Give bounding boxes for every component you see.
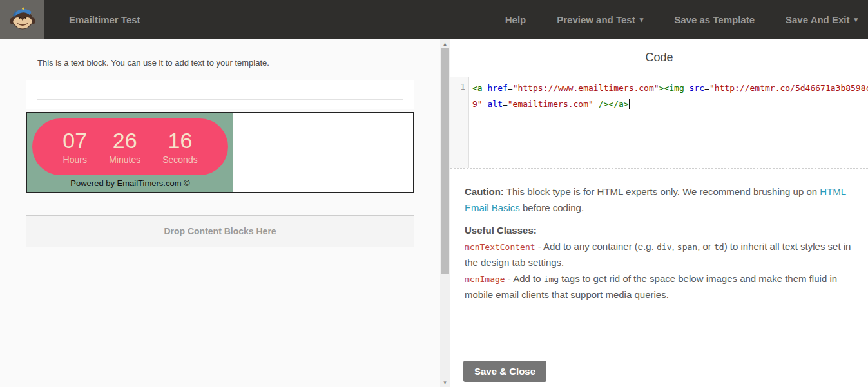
text-content-block[interactable]: This is a text block. You can use it to … xyxy=(26,54,414,80)
divider-line xyxy=(37,99,403,100)
code-editor-panel: Code 1 <a href="https://www.emailtimers.… xyxy=(450,39,868,387)
help-button[interactable]: Help xyxy=(505,14,526,25)
chevron-down-icon: ▾ xyxy=(854,15,858,24)
code-line-1: <a href="https://www.emailtimers.com"><i… xyxy=(472,82,868,98)
preview-and-test-menu[interactable]: Preview and Test ▾ xyxy=(557,14,643,25)
countdown-timer-block-selected[interactable]: 07 Hours 26 Minutes 16 Seconds Powered b… xyxy=(26,112,414,193)
drop-zone-label: Drop Content Blocks Here xyxy=(164,226,276,236)
mcntextcontent-description: mcnTextContent - Add to any container (e… xyxy=(465,239,860,271)
save-and-exit-menu[interactable]: Save And Exit ▾ xyxy=(786,14,858,25)
topnav: Help Preview and Test ▾ Save as Template… xyxy=(505,14,868,25)
mailchimp-logo[interactable] xyxy=(0,0,44,39)
template-editor-app: Emailtimer Test Help Preview and Test ▾ … xyxy=(0,0,868,387)
drop-content-zone[interactable]: Drop Content Blocks Here xyxy=(26,215,414,247)
timer-image: 07 Hours 26 Minutes 16 Seconds Powered b… xyxy=(27,113,233,192)
campaign-title: Emailtimer Test xyxy=(69,14,140,25)
timer-pill: 07 Hours 26 Minutes 16 Seconds xyxy=(32,118,228,175)
footer-divider xyxy=(450,352,868,352)
editor-help-text: Caution: This block type is for HTML exp… xyxy=(450,169,868,303)
email-preview: This is a text block. You can use it to … xyxy=(0,39,440,387)
code-content[interactable]: <a href="https://www.emailtimers.com"><i… xyxy=(470,77,868,168)
scroll-up-icon[interactable]: ▴ xyxy=(440,39,450,48)
timer-minutes: 26 Minutes xyxy=(109,129,140,165)
timer-hours: 07 Hours xyxy=(63,129,87,165)
mcnimage-description: mcnImage - Add to img tags to get rid of… xyxy=(465,271,860,303)
line-number: 1 xyxy=(450,77,468,91)
scrollbar-thumb[interactable] xyxy=(441,48,449,274)
save-as-template-button[interactable]: Save as Template xyxy=(674,14,755,25)
divider-block[interactable] xyxy=(26,80,414,109)
scroll-down-icon[interactable]: ▾ xyxy=(440,377,450,387)
caution-paragraph: Caution: This block type is for HTML exp… xyxy=(465,184,860,216)
timer-seconds: 16 Seconds xyxy=(162,129,197,165)
powered-by-credit: Powered by EmailTimers.com © xyxy=(32,178,228,188)
code-editor[interactable]: 1 <a href="https://www.emailtimers.com">… xyxy=(450,77,868,169)
chevron-down-icon: ▾ xyxy=(640,15,644,24)
line-number-gutter: 1 xyxy=(450,77,469,168)
email-canvas-panel: This is a text block. You can use it to … xyxy=(0,39,450,387)
canvas-scrollbar[interactable]: ▴ ▾ xyxy=(440,39,450,387)
useful-classes-heading: Useful Classes: xyxy=(465,223,860,239)
panel-title: Code xyxy=(450,39,868,77)
code-line-1-wrap: 9" alt="emailtimers.com" /></a> xyxy=(472,98,868,114)
save-and-close-button[interactable]: Save & Close xyxy=(463,361,546,382)
freddie-monkey-icon xyxy=(8,4,37,35)
topbar: Emailtimer Test Help Preview and Test ▾ … xyxy=(0,0,868,39)
